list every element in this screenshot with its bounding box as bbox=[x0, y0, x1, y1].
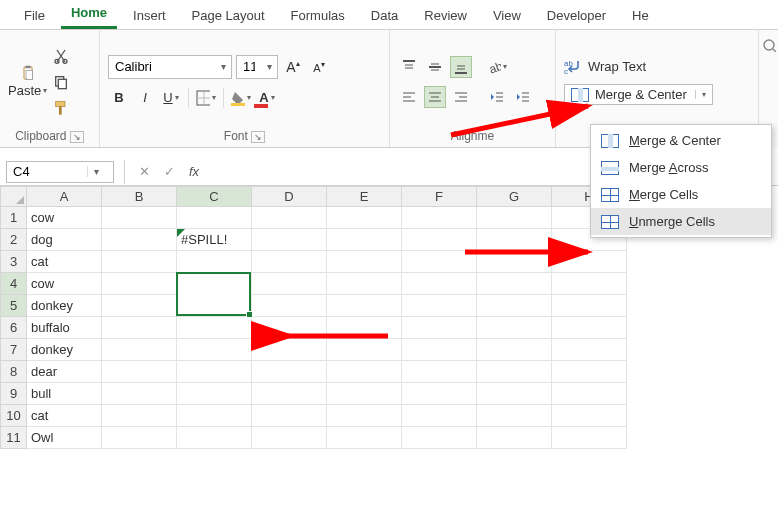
cell-H8[interactable] bbox=[552, 361, 627, 383]
cell-F9[interactable] bbox=[402, 383, 477, 405]
cell-A2[interactable]: dog bbox=[27, 229, 102, 251]
cell-C9[interactable] bbox=[177, 383, 252, 405]
cell-F1[interactable] bbox=[402, 207, 477, 229]
tab-help[interactable]: He bbox=[622, 2, 659, 29]
paste-button[interactable] bbox=[20, 65, 36, 81]
tab-data[interactable]: Data bbox=[361, 2, 408, 29]
copy-button[interactable] bbox=[53, 74, 69, 90]
cell-D8[interactable] bbox=[252, 361, 327, 383]
cell-F10[interactable] bbox=[402, 405, 477, 427]
increase-font-button[interactable]: A▴ bbox=[282, 56, 304, 78]
cell-G10[interactable] bbox=[477, 405, 552, 427]
cell-H11[interactable] bbox=[552, 427, 627, 449]
cell-G7[interactable] bbox=[477, 339, 552, 361]
cell-C10[interactable] bbox=[177, 405, 252, 427]
cell-D9[interactable] bbox=[252, 383, 327, 405]
cell-E11[interactable] bbox=[327, 427, 402, 449]
align-left-button[interactable] bbox=[398, 86, 420, 108]
cell-E10[interactable] bbox=[327, 405, 402, 427]
cell-A5[interactable]: donkey bbox=[27, 295, 102, 317]
row-header-4[interactable]: 4 bbox=[1, 273, 27, 295]
cell-D1[interactable] bbox=[252, 207, 327, 229]
cell-F11[interactable] bbox=[402, 427, 477, 449]
tab-home[interactable]: Home bbox=[61, 0, 117, 29]
bold-button[interactable]: B bbox=[108, 87, 130, 109]
cell-B2[interactable] bbox=[102, 229, 177, 251]
cell-A9[interactable]: bull bbox=[27, 383, 102, 405]
cell-H10[interactable] bbox=[552, 405, 627, 427]
italic-button[interactable]: I bbox=[134, 87, 156, 109]
select-all-corner[interactable] bbox=[1, 187, 27, 207]
decrease-font-button[interactable]: A▾ bbox=[308, 56, 330, 78]
cell-G9[interactable] bbox=[477, 383, 552, 405]
col-header-B[interactable]: B bbox=[102, 187, 177, 207]
name-box-input[interactable] bbox=[7, 164, 87, 179]
col-header-E[interactable]: E bbox=[327, 187, 402, 207]
orientation-button[interactable]: ab▾ bbox=[486, 56, 508, 78]
cell-D2[interactable] bbox=[252, 229, 327, 251]
cell-F6[interactable] bbox=[402, 317, 477, 339]
cell-E1[interactable] bbox=[327, 207, 402, 229]
align-bottom-button[interactable] bbox=[450, 56, 472, 78]
cell-F5[interactable] bbox=[402, 295, 477, 317]
menu-merge-cells[interactable]: Merge Cells bbox=[591, 181, 771, 208]
font-name-dropdown[interactable]: ▾ bbox=[215, 61, 231, 72]
cell-H9[interactable] bbox=[552, 383, 627, 405]
font-size-combo[interactable]: ▾ bbox=[236, 55, 278, 79]
cell-A6[interactable]: buffalo bbox=[27, 317, 102, 339]
tab-page-layout[interactable]: Page Layout bbox=[182, 2, 275, 29]
cell-B3[interactable] bbox=[102, 251, 177, 273]
cancel-formula-icon[interactable]: ✕ bbox=[139, 164, 150, 179]
cell-F4[interactable] bbox=[402, 273, 477, 295]
cell-C1[interactable] bbox=[177, 207, 252, 229]
row-header-5[interactable]: 5 bbox=[1, 295, 27, 317]
align-top-button[interactable] bbox=[398, 56, 420, 78]
menu-merge-and-center[interactable]: Merge & Center bbox=[591, 127, 771, 154]
clipboard-launcher[interactable]: ↘ bbox=[70, 131, 84, 143]
tab-view[interactable]: View bbox=[483, 2, 531, 29]
tab-formulas[interactable]: Formulas bbox=[281, 2, 355, 29]
font-launcher[interactable]: ↘ bbox=[251, 131, 265, 143]
cell-B6[interactable] bbox=[102, 317, 177, 339]
col-header-G[interactable]: G bbox=[477, 187, 552, 207]
cell-D5[interactable] bbox=[252, 295, 327, 317]
tab-review[interactable]: Review bbox=[414, 2, 477, 29]
paste-label[interactable]: Paste ▾ bbox=[8, 83, 47, 98]
cell-D4[interactable] bbox=[252, 273, 327, 295]
cell-E3[interactable] bbox=[327, 251, 402, 273]
cell-G4[interactable] bbox=[477, 273, 552, 295]
cell-D11[interactable] bbox=[252, 427, 327, 449]
cell-G8[interactable] bbox=[477, 361, 552, 383]
cell-G1[interactable] bbox=[477, 207, 552, 229]
insert-function-icon[interactable]: fx bbox=[189, 164, 199, 179]
menu-merge-across[interactable]: Merge Across bbox=[591, 154, 771, 181]
font-name-combo[interactable]: ▾ bbox=[108, 55, 232, 79]
tab-developer[interactable]: Developer bbox=[537, 2, 616, 29]
underline-button[interactable]: U▾ bbox=[160, 87, 182, 109]
col-header-C[interactable]: C bbox=[177, 187, 252, 207]
row-header-9[interactable]: 9 bbox=[1, 383, 27, 405]
cell-H6[interactable] bbox=[552, 317, 627, 339]
cell-E4[interactable] bbox=[327, 273, 402, 295]
col-header-A[interactable]: A bbox=[27, 187, 102, 207]
row-header-11[interactable]: 11 bbox=[1, 427, 27, 449]
cell-A10[interactable]: cat bbox=[27, 405, 102, 427]
cell-C7[interactable] bbox=[177, 339, 252, 361]
cell-H4[interactable] bbox=[552, 273, 627, 295]
font-size-input[interactable] bbox=[237, 56, 261, 78]
cell-B1[interactable] bbox=[102, 207, 177, 229]
enter-formula-icon[interactable]: ✓ bbox=[164, 164, 175, 179]
cell-G11[interactable] bbox=[477, 427, 552, 449]
wrap-text-button[interactable]: abc Wrap Text bbox=[564, 58, 713, 74]
cell-D10[interactable] bbox=[252, 405, 327, 427]
cell-A1[interactable]: cow bbox=[27, 207, 102, 229]
borders-button[interactable]: ▾ bbox=[195, 87, 217, 109]
cell-C8[interactable] bbox=[177, 361, 252, 383]
cell-C4[interactable] bbox=[177, 273, 252, 317]
cell-F8[interactable] bbox=[402, 361, 477, 383]
col-header-D[interactable]: D bbox=[252, 187, 327, 207]
name-box[interactable]: ▾ bbox=[6, 161, 114, 183]
cell-G5[interactable] bbox=[477, 295, 552, 317]
menu-unmerge-cells[interactable]: Unmerge Cells bbox=[591, 208, 771, 235]
row-header-8[interactable]: 8 bbox=[1, 361, 27, 383]
